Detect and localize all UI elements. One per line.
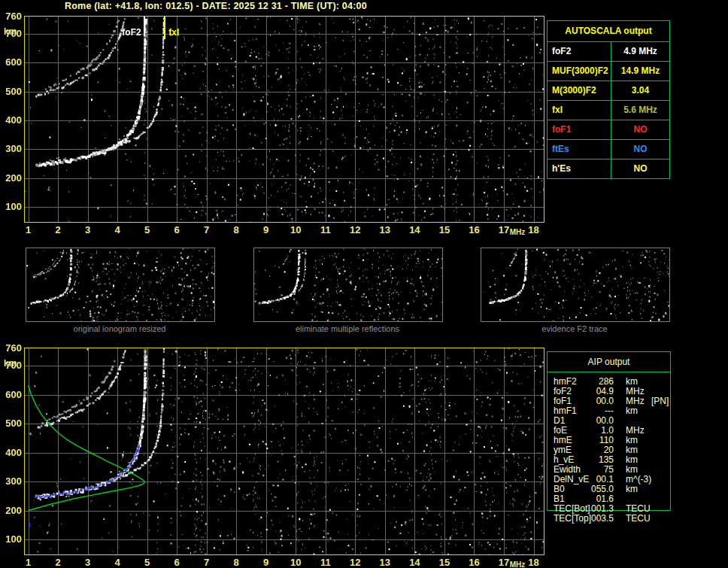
y-axis-unit-label: km <box>4 358 17 369</box>
autoscala-panel: AUTOSCALA output foF24.9 MHzMUF(3000)F21… <box>547 20 670 179</box>
x-tick-label: 16 <box>463 557 485 568</box>
top-ionogram-panel: foF2 fxI <box>24 16 544 223</box>
x-tick-label: 18 <box>523 557 545 568</box>
autoscala-row-label: foF2 <box>548 42 611 61</box>
x-tick-label: 11 <box>314 225 337 235</box>
thumbnail-evidence-canvas <box>481 248 669 321</box>
aip-row-note: [PN] <box>651 396 669 406</box>
x-tick-label: 12 <box>344 557 366 568</box>
aip-row: TEC[Top]003.5TECU <box>548 514 670 524</box>
autoscala-row: foF24.9 MHz <box>548 42 669 62</box>
x-tick-label: 7 <box>196 225 218 235</box>
x-tick-label: 3 <box>77 557 99 568</box>
y-tick-label: 300 <box>1 476 22 487</box>
aip-panel: AIP output hmF2286kmfoF204.9MHzfoF100.0M… <box>547 351 671 511</box>
x-tick-label: 5 <box>136 557 159 568</box>
autoscala-row: M(3000)F23.04 <box>548 81 669 101</box>
x-tick-label: 6 <box>165 225 188 235</box>
fxi-marker-label: fxI <box>168 27 179 38</box>
aip-row-value: 003.5 <box>576 514 614 524</box>
aip-row-unit: km <box>626 484 638 494</box>
y-tick-label: 100 <box>1 202 22 212</box>
x-tick-label: 7 <box>196 557 218 568</box>
autoscala-row-value: 14.9 MHz <box>611 62 669 80</box>
x-tick-label: 1 <box>17 557 40 568</box>
y-tick-label: 760 <box>1 11 22 22</box>
thumbnail-evidence <box>481 248 670 322</box>
y-tick-label: 300 <box>1 144 22 154</box>
y-tick-label: 400 <box>1 115 22 126</box>
x-tick-label: 6 <box>165 557 188 568</box>
fof2-marker-label: foF2 <box>122 27 141 38</box>
y-tick-label: 600 <box>1 390 22 400</box>
x-tick-label: 16 <box>463 225 485 235</box>
x-tick-label: 11 <box>314 557 337 568</box>
autoscala-row-value: 3.04 <box>611 81 669 100</box>
autoscala-rows: foF24.9 MHzMUF(3000)F214.9 MHzM(3000)F23… <box>548 42 669 179</box>
x-axis-unit-label: MHz <box>510 228 526 236</box>
thumbnail-multiples-canvas <box>254 248 442 321</box>
thumbnail-original <box>26 248 215 322</box>
autoscala-row-label: fxI <box>548 101 611 120</box>
x-axis-unit-label: MHz <box>510 560 526 568</box>
autoscala-row-label: ftEs <box>548 140 611 159</box>
x-tick-label: 1 <box>17 225 40 235</box>
x-tick-label: 18 <box>523 225 545 235</box>
autoscala-row: MUF(3000)F214.9 MHz <box>548 62 669 81</box>
x-tick-label: 2 <box>47 225 69 235</box>
y-tick-label: 200 <box>1 173 22 184</box>
x-tick-label: 3 <box>77 225 99 235</box>
thumbnail-multiples-caption: eliminate multiple reflections <box>253 324 442 333</box>
autoscala-row-value: NO <box>611 120 669 139</box>
thumbnail-original-caption: original ionogram resized <box>25 324 214 333</box>
autoscala-row-label: foF1 <box>548 120 611 139</box>
x-tick-label: 15 <box>433 225 456 235</box>
y-tick-label: 500 <box>1 418 22 429</box>
y-axis-unit-label: km <box>4 26 17 37</box>
autoscala-row-value: 4.9 MHz <box>611 42 669 61</box>
x-tick-label: 4 <box>106 557 129 568</box>
aip-row-unit: TECU <box>626 514 651 524</box>
thumbnail-evidence-caption: evidence F2 trace <box>480 324 669 333</box>
autoscala-row: ftEsNO <box>548 140 669 159</box>
x-tick-label: 8 <box>225 557 247 568</box>
x-tick-label: 9 <box>255 557 278 568</box>
autoscala-row-value: NO <box>611 140 669 159</box>
top-ionogram-canvas <box>25 17 544 222</box>
aip-rows: hmF2286kmfoF204.9MHzfoF100.0MHz[PN]hmF1-… <box>548 377 670 524</box>
y-tick-label: 760 <box>1 343 22 354</box>
autoscala-row-label: h'Es <box>548 159 611 179</box>
autoscala-row-value: NO <box>611 159 669 179</box>
x-tick-label: 14 <box>403 557 426 568</box>
y-tick-label: 100 <box>1 534 22 545</box>
x-tick-label: 13 <box>374 225 396 235</box>
x-tick-label: 10 <box>284 225 307 235</box>
autoscala-row: h'EsNO <box>548 159 669 179</box>
page-title: Rome (lat: +41.8, lon: 012.5) - DATE: 20… <box>65 1 367 11</box>
thumbnail-multiples <box>253 248 443 322</box>
autoscala-row: foF1NO <box>548 120 669 140</box>
autoscala-row-label: MUF(3000)F2 <box>548 62 611 80</box>
aip-row-unit: km <box>626 406 638 416</box>
x-tick-label: 9 <box>255 225 278 235</box>
bottom-ionogram-panel <box>24 348 544 555</box>
y-tick-label: 200 <box>1 506 22 516</box>
autoscala-row: fxI5.6 MHz <box>548 101 669 120</box>
x-tick-label: 2 <box>47 557 69 568</box>
y-tick-label: 600 <box>1 57 22 68</box>
y-tick-label: 400 <box>1 448 22 458</box>
bottom-ionogram-canvas <box>25 348 544 554</box>
autoscala-panel-title: AUTOSCALA output <box>548 21 669 42</box>
aip-panel-title: AIP output <box>548 352 670 372</box>
autoscala-row-label: M(3000)F2 <box>548 81 611 100</box>
x-tick-label: 4 <box>106 225 129 235</box>
x-tick-label: 10 <box>284 557 307 568</box>
x-tick-label: 15 <box>433 557 456 568</box>
x-tick-label: 5 <box>136 225 159 235</box>
x-tick-label: 14 <box>403 225 426 235</box>
x-tick-label: 8 <box>225 225 247 235</box>
x-tick-label: 12 <box>344 225 366 235</box>
x-tick-label: 13 <box>374 557 396 568</box>
thumbnail-original-canvas <box>26 248 214 321</box>
autoscala-row-value: 5.6 MHz <box>611 101 669 120</box>
